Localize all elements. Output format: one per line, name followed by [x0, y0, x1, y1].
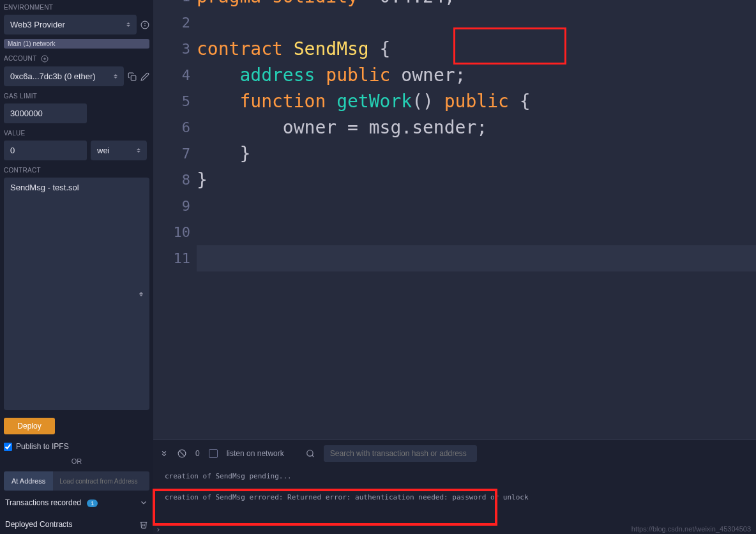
value-label: VALUE [4, 130, 149, 137]
line-gutter: 1234567891011 [153, 0, 197, 439]
environment-value: Web3 Provider [10, 20, 65, 29]
gas-label: GAS LIMIT [4, 93, 149, 100]
account-value: 0xc6a...7dc3b (0 ether) [10, 72, 96, 81]
line-number: 1 [153, 0, 197, 10]
line-number: 9 [153, 193, 197, 219]
deployed-label: Deployed Contracts [5, 520, 72, 529]
value-unit: wei [97, 146, 110, 155]
code-line[interactable] [197, 245, 756, 271]
watermark: https://blog.csdn.net/weixin_45304503 [631, 525, 751, 533]
code-line[interactable] [197, 219, 756, 245]
line-number: 5 [153, 88, 197, 114]
contract-value: SendMsg - test.sol [10, 183, 79, 192]
copy-icon[interactable] [128, 72, 137, 81]
svg-point-9 [306, 450, 312, 456]
ban-icon[interactable] [178, 449, 186, 458]
chevron-updown-icon [114, 72, 120, 81]
line-number: 10 [153, 219, 197, 245]
collapse-icon[interactable] [160, 449, 169, 458]
code-line[interactable]: contract SendMsg { [197, 36, 756, 62]
code-line[interactable]: owner = msg.sender; [197, 114, 756, 141]
search-icon[interactable] [306, 449, 315, 458]
info-icon[interactable] [140, 20, 149, 29]
transactions-label: Transactions recorded [5, 498, 81, 507]
plus-circle-icon[interactable] [41, 55, 49, 63]
chevron-updown-icon [137, 146, 143, 155]
transactions-section[interactable]: Transactions recorded 1 [4, 493, 149, 512]
terminal-output: creation of SendMsg pending... creation … [153, 467, 756, 534]
edit-icon[interactable] [140, 72, 149, 81]
code-line[interactable]: pragma solidity ^0.4.24; [197, 0, 756, 10]
at-address-input[interactable] [53, 471, 149, 491]
value-input[interactable] [4, 141, 87, 160]
terminal-prompt-icon[interactable]: › [156, 524, 161, 534]
code-line[interactable]: address public owner; [197, 62, 756, 88]
deploy-sidebar: ENVIRONMENT Web3 Provider Main (1) netwo… [0, 0, 153, 534]
code-content[interactable]: pragma solidity ^0.4.24;contract SendMsg… [197, 0, 756, 439]
network-badge: Main (1) network [4, 39, 149, 49]
line-number: 2 [153, 10, 197, 36]
publish-label: Publish to IPFS [16, 442, 69, 451]
value-unit-select[interactable]: wei [91, 141, 147, 160]
line-number: 3 [153, 36, 197, 62]
line-number: 7 [153, 141, 197, 167]
code-line[interactable]: } [197, 141, 756, 167]
line-number: 11 [153, 245, 197, 271]
code-line[interactable] [197, 10, 756, 36]
account-select[interactable]: 0xc6a...7dc3b (0 ether) [4, 66, 124, 86]
terminal-toolbar: 0 listen on network [153, 440, 756, 467]
deploy-button[interactable]: Deploy [4, 418, 55, 434]
terminal-line: creation of SendMsg errored: Returned er… [165, 493, 745, 501]
contract-select[interactable]: SendMsg - test.sol [4, 178, 149, 410]
contract-label: CONTRACT [4, 167, 149, 174]
transactions-count: 1 [87, 500, 98, 507]
environment-label: ENVIRONMENT [4, 4, 149, 11]
code-line[interactable]: } [197, 167, 756, 193]
publish-checkbox-input[interactable] [4, 443, 12, 451]
code-editor[interactable]: 1234567891011 pragma solidity ^0.4.24;co… [153, 0, 756, 439]
code-line[interactable] [197, 193, 756, 219]
chevron-down-icon[interactable] [139, 498, 148, 507]
line-number: 4 [153, 62, 197, 88]
line-number: 6 [153, 114, 197, 141]
chevron-updown-icon [139, 289, 146, 298]
publish-ipfs-checkbox[interactable]: Publish to IPFS [4, 442, 149, 451]
deployed-section: Deployed Contracts [4, 515, 149, 534]
terminal-search-input[interactable] [324, 445, 477, 462]
gas-limit-input[interactable] [4, 103, 87, 123]
pending-count: 0 [195, 449, 200, 458]
terminal-panel: 0 listen on network creation of SendMsg … [153, 439, 756, 534]
svg-point-2 [145, 23, 146, 24]
terminal-line: creation of SendMsg pending... [165, 472, 745, 480]
environment-select[interactable]: Web3 Provider [4, 15, 137, 34]
main-area: 1234567891011 pragma solidity ^0.4.24;co… [153, 0, 756, 534]
account-label: ACCOUNT [4, 55, 149, 63]
at-address-button[interactable]: At Address [4, 471, 53, 491]
listen-label: listen on network [227, 449, 284, 458]
code-line[interactable]: function getWork() public { [197, 88, 756, 114]
svg-line-8 [179, 451, 185, 456]
or-divider: OR [4, 457, 149, 465]
trash-icon[interactable] [139, 520, 148, 529]
svg-line-10 [312, 455, 314, 457]
svg-rect-6 [131, 75, 136, 80]
listen-checkbox[interactable] [209, 449, 218, 458]
line-number: 8 [153, 167, 197, 193]
chevron-updown-icon [126, 20, 133, 29]
